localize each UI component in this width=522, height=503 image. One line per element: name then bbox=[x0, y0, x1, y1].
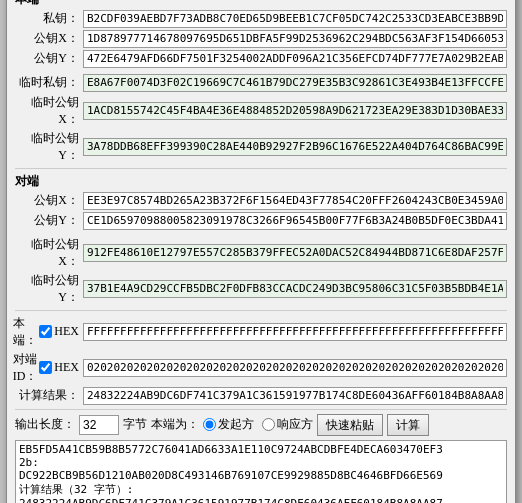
temp-private-key-input[interactable] bbox=[83, 74, 507, 92]
temp-public-y-row: 临时公钥Y： bbox=[15, 130, 507, 164]
peer-section-label: 对端 bbox=[15, 173, 507, 190]
responder-radio[interactable] bbox=[262, 418, 275, 431]
temp-private-key-row: 临时私钥： bbox=[15, 74, 507, 92]
peer-temp-public-y-label: 临时公钥Y： bbox=[15, 272, 83, 306]
peer-temp-public-x-input[interactable] bbox=[83, 244, 507, 262]
responder-radio-label[interactable]: 响应方 bbox=[262, 416, 313, 433]
peer-temp-public-x-label: 临时公钥X： bbox=[15, 236, 83, 270]
temp-public-x-label: 临时公钥X： bbox=[15, 94, 83, 128]
output-controls-row: 输出长度： 字节 本端为： 发起方 响应方 快速粘贴 计算 bbox=[15, 414, 507, 436]
responder-label: 响应方 bbox=[277, 416, 313, 433]
private-key-input[interactable] bbox=[83, 10, 507, 28]
peer-hex-row: 对端ID： HEX bbox=[15, 351, 507, 385]
peer-public-x-input[interactable] bbox=[83, 192, 507, 210]
public-x-label: 公钥X： bbox=[15, 30, 83, 47]
peer-temp-public-y-input[interactable] bbox=[83, 280, 507, 298]
peer-temp-public-y-row: 临时公钥Y： bbox=[15, 272, 507, 306]
peer-hex-input[interactable] bbox=[83, 359, 507, 377]
calc-button[interactable]: 计算 bbox=[387, 414, 429, 436]
local-hex-section-label: 本端： bbox=[13, 315, 37, 349]
temp-public-y-input[interactable] bbox=[83, 138, 507, 156]
local-role-label: 本端为： bbox=[151, 416, 199, 433]
main-window: 秘钥交换 × 本端 私钥： 公钥X： 公钥Y： 临时私钥： bbox=[6, 0, 516, 503]
peer-hex-section-label: 对端ID： bbox=[13, 351, 38, 385]
public-x-row: 公钥X： bbox=[15, 30, 507, 48]
temp-public-x-input[interactable] bbox=[83, 102, 507, 120]
peer-public-x-row: 公钥X： bbox=[15, 192, 507, 210]
temp-public-x-row: 临时公钥X： bbox=[15, 94, 507, 128]
public-x-input[interactable] bbox=[83, 30, 507, 48]
local-hex-input[interactable] bbox=[83, 323, 507, 341]
public-y-label: 公钥Y： bbox=[15, 50, 83, 67]
private-key-row: 私钥： bbox=[15, 10, 507, 28]
public-y-input[interactable] bbox=[83, 50, 507, 68]
local-section-label: 本端 bbox=[15, 0, 507, 8]
peer-public-y-label: 公钥Y： bbox=[15, 212, 83, 229]
section-divider-3 bbox=[15, 409, 507, 410]
output-length-label: 输出长度： bbox=[15, 416, 75, 433]
result-textarea[interactable] bbox=[15, 440, 507, 504]
local-hex-label: HEX bbox=[54, 324, 79, 339]
quick-paste-button[interactable]: 快速粘贴 bbox=[317, 414, 383, 436]
private-key-label: 私钥： bbox=[15, 10, 83, 27]
content-area: 本端 私钥： 公钥X： 公钥Y： 临时私钥： 临时公钥X： bbox=[7, 0, 515, 503]
section-divider-2 bbox=[15, 310, 507, 311]
peer-public-x-label: 公钥X： bbox=[15, 192, 83, 209]
initiator-radio-label[interactable]: 发起方 bbox=[203, 416, 254, 433]
local-section: 本端 私钥： 公钥X： 公钥Y： 临时私钥： 临时公钥X： bbox=[15, 0, 507, 164]
temp-private-key-label: 临时私钥： bbox=[15, 74, 83, 91]
initiator-radio[interactable] bbox=[203, 418, 216, 431]
local-hex-checkbox[interactable] bbox=[39, 325, 52, 338]
peer-section: 对端 公钥X： 公钥Y： 临时公钥X： 临时公钥Y： bbox=[15, 173, 507, 306]
public-y-row: 公钥Y： bbox=[15, 50, 507, 68]
temp-public-y-label: 临时公钥Y： bbox=[15, 130, 83, 164]
peer-temp-public-x-row: 临时公钥X： bbox=[15, 236, 507, 270]
calc-result-row: 计算结果： bbox=[15, 387, 507, 405]
peer-hex-label: HEX bbox=[54, 360, 79, 375]
peer-hex-checkbox[interactable] bbox=[39, 361, 52, 374]
peer-public-y-input[interactable] bbox=[83, 212, 507, 230]
calc-result-input[interactable] bbox=[83, 387, 507, 405]
output-unit-label: 字节 bbox=[123, 416, 147, 433]
peer-hex-checkbox-group: 对端ID： HEX bbox=[15, 351, 83, 385]
local-hex-row: 本端： HEX bbox=[15, 315, 507, 349]
role-radio-group: 发起方 响应方 bbox=[203, 416, 313, 433]
initiator-label: 发起方 bbox=[218, 416, 254, 433]
local-hex-checkbox-group: 本端： HEX bbox=[15, 315, 83, 349]
output-length-input[interactable] bbox=[79, 415, 119, 435]
section-divider-1 bbox=[15, 168, 507, 169]
peer-public-y-row: 公钥Y： bbox=[15, 212, 507, 230]
calc-result-label: 计算结果： bbox=[15, 387, 83, 404]
